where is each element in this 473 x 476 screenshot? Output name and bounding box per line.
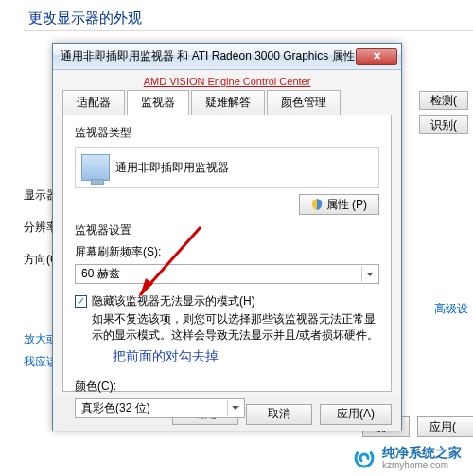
svg-point-2 bbox=[352, 446, 376, 469]
monitor-properties-button-label: 属性 (P) bbox=[326, 197, 367, 213]
annotation-text: 把前面的对勾去掉 bbox=[113, 348, 379, 365]
amd-control-center-link[interactable]: AMD VISION Engine Control Center bbox=[62, 76, 392, 87]
dialog-body: AMD VISION Engine Control Center 适配器 监视器… bbox=[53, 70, 401, 397]
tab-monitor[interactable]: 监视器 bbox=[127, 90, 189, 115]
tab-color-management[interactable]: 颜色管理 bbox=[267, 90, 341, 115]
refresh-rate-select[interactable]: 60 赫兹 bbox=[75, 264, 379, 284]
color-depth-select[interactable]: 真彩色(32 位) bbox=[75, 398, 245, 418]
color-label: 颜色(C): bbox=[75, 379, 116, 395]
close-button[interactable]: ✕ bbox=[356, 48, 397, 65]
monitor-type-box: 通用非即插即用监视器 bbox=[75, 147, 379, 188]
bg-apply-button[interactable]: 应用( bbox=[417, 416, 473, 437]
refresh-rate-label: 屏幕刷新频率(S): bbox=[75, 244, 161, 260]
monitor-properties-button[interactable]: 属性 (P) bbox=[299, 194, 379, 215]
detect-button[interactable]: 检测( bbox=[419, 91, 468, 110]
dialog-titlebar[interactable]: 通用非即插即用监视器 和 ATI Radeon 3000 Graphics 属性… bbox=[53, 44, 401, 70]
svg-point-3 bbox=[359, 452, 370, 463]
monitor-icon bbox=[81, 154, 110, 181]
shield-icon bbox=[311, 199, 323, 210]
hide-modes-checkbox-label: 隐藏该监视器无法显示的模式(H) bbox=[92, 293, 379, 309]
dialog-title-text: 通用非即插即用监视器 和 ATI Radeon 3000 Graphics 属性 bbox=[61, 48, 356, 64]
hide-modes-hint: 如果不复选该项，则您可以选择那些该监视器无法正常显示的显示模式。这样会导致无法显… bbox=[92, 311, 379, 344]
identify-button[interactable]: 识别( bbox=[419, 115, 468, 134]
chevron-down-icon bbox=[227, 400, 242, 416]
watermark-logo-icon bbox=[352, 446, 377, 470]
advanced-settings-link[interactable]: 高级设 bbox=[434, 301, 468, 317]
watermark-url: kzmyhome.com bbox=[382, 460, 462, 470]
monitor-name: 通用非即插即用监视器 bbox=[115, 160, 229, 176]
monitor-type-label: 监视器类型 bbox=[75, 125, 379, 141]
refresh-rate-value: 60 赫兹 bbox=[81, 266, 120, 282]
tab-adapter[interactable]: 适配器 bbox=[62, 90, 125, 115]
color-depth-value: 真彩色(32 位) bbox=[81, 400, 150, 416]
tab-troubleshoot[interactable]: 疑难解答 bbox=[191, 90, 265, 115]
page-title: 更改显示器的外观 bbox=[28, 9, 142, 27]
watermark-name: 纯净系统之家 bbox=[382, 446, 462, 460]
monitor-settings-label: 监视器设置 bbox=[75, 222, 379, 238]
monitor-properties-dialog: 通用非即插即用监视器 和 ATI Radeon 3000 Graphics 属性… bbox=[52, 43, 402, 431]
close-icon: ✕ bbox=[373, 50, 381, 62]
hide-modes-checkbox[interactable] bbox=[75, 295, 87, 308]
watermark: 纯净系统之家 kzmyhome.com bbox=[352, 446, 462, 470]
dialog-tabs: 适配器 监视器 疑难解答 颜色管理 bbox=[62, 89, 392, 115]
tab-page-monitor: 监视器类型 通用非即插即用监视器 属性 (P) 监视器设置 屏幕刷新频率(S): bbox=[62, 115, 392, 392]
chevron-down-icon bbox=[361, 266, 377, 282]
divider bbox=[24, 30, 473, 31]
